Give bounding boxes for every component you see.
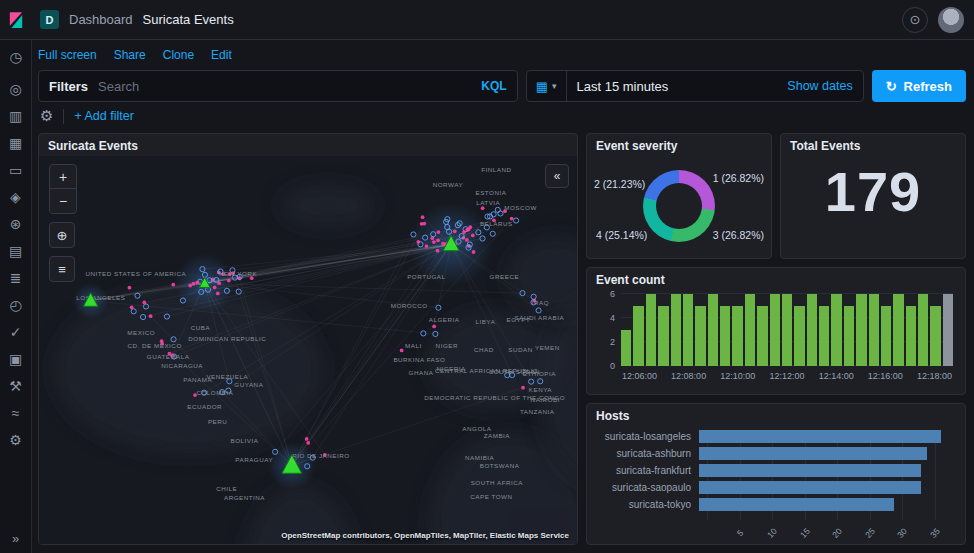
toolbar-link-edit[interactable]: Edit [211,48,232,62]
event-count-bar [770,294,780,366]
nav-machine-learning-icon[interactable]: ⊛ [0,217,31,231]
svg-text:PORTUGAL: PORTUGAL [407,273,445,280]
severity-donut-chart[interactable]: 1 (26.82%)3 (26.82%)4 (25.14%)2 (21.23%) [587,156,771,256]
svg-text:KENYA: KENYA [529,386,553,393]
event-count-bar [732,306,742,366]
filters-menu-button[interactable]: Filters [49,79,88,94]
svg-text:LOS ANGELES: LOS ANGELES [76,294,125,301]
svg-text:PERU: PERU [208,418,227,425]
nav-discover-icon[interactable]: ◎ [0,82,31,96]
refresh-button[interactable]: ↻ Refresh [872,70,966,102]
time-range-label[interactable]: Last 15 minutes [567,79,788,94]
event-count-bar [844,306,854,366]
svg-text:SOUTH AFRICA: SOUTH AFRICA [471,479,524,486]
event-count-bar [757,306,767,366]
svg-text:GREECE: GREECE [490,273,519,280]
kibana-logo[interactable] [0,0,32,40]
svg-text:UNITED STATES OF AMERICA: UNITED STATES OF AMERICA [85,270,186,277]
nav-canvas-icon[interactable]: ▭ [0,163,31,177]
map-canvas[interactable]: FINLANDNORWAYESTONIALATVIAMOSCOWBELARUSU… [39,156,577,544]
svg-text:YEMEN: YEMEN [535,344,560,351]
svg-text:LIBYA: LIBYA [476,318,496,325]
svg-text:FINLAND: FINLAND [481,166,511,173]
svg-text:MALI: MALI [405,342,422,349]
nav-uptime-icon[interactable]: ✓ [0,325,31,339]
nav-dashboard-icon[interactable]: ▦ [0,136,31,150]
event-count-bar [633,306,643,366]
svg-text:GUATEMALA: GUATEMALA [147,353,190,360]
severity-label-1: 1 (26.82%) [713,172,764,184]
svg-text:NORWAY: NORWAY [433,181,464,188]
show-dates-button[interactable]: Show dates [787,79,852,93]
time-picker: ▦ ▾ Last 15 minutes Show dates [526,70,864,102]
x-axis-label: 12:12:00 [769,371,804,381]
breadcrumb-dashboard[interactable]: Dashboard [69,12,133,27]
collapse-menu-icon[interactable]: » [0,532,31,545]
event-count-bar [671,294,681,366]
nav-maps-icon[interactable]: ◈ [0,190,31,204]
kql-toggle-button[interactable]: KQL [481,79,506,93]
toolbar-link-share[interactable]: Share [114,48,146,62]
nav-stack-monitoring-icon[interactable]: ≈ [0,406,31,420]
svg-text:CAPE TOWN: CAPE TOWN [470,493,512,500]
donut-ring[interactable] [643,170,715,242]
svg-text:BOLIVIA: BOLIVIA [231,438,259,445]
nav-metrics-icon[interactable]: ▤ [0,244,31,258]
hosts-x-axis: 5101520253035 [707,522,951,542]
host-label: suricata-frankfurt [587,465,699,476]
fit-to-data-button[interactable]: ⊕ [49,222,75,248]
search-input[interactable] [98,79,471,94]
hosts-chart[interactable]: suricata-losangelessuricata-ashburnsuric… [587,426,965,542]
zoom-in-button[interactable]: + [50,165,76,189]
svg-text:LATVIA: LATVIA [476,199,500,206]
host-bar [699,464,921,477]
event-severity-title: Event severity [587,134,771,156]
toolbar-link-full-screen[interactable]: Full screen [38,48,97,62]
calendar-icon: ▦ [536,79,548,94]
nav-logs-icon[interactable]: ≣ [0,271,31,285]
nav-apm-icon[interactable]: ◴ [0,298,31,312]
map-panel: Suricata Events FINLANDNORWAYESTONIALATV… [38,133,578,545]
layers-button[interactable]: ≡ [49,256,75,282]
add-filter-button[interactable]: + Add filter [74,109,133,123]
event-count-bar [869,294,879,366]
user-avatar[interactable] [938,7,964,33]
bars-container [621,294,953,366]
right-column: Event severity 1 (26.82%)3 (26.82%)4 (25… [586,133,966,545]
nav-siem-icon[interactable]: ▣ [0,352,31,366]
svg-text:ESTONIA: ESTONIA [475,189,506,196]
severity-label-4: 4 (25.14%) [596,229,647,241]
map-attribution[interactable]: OpenStreetMap contributors, OpenMapTiles… [281,531,569,540]
host-label: suricata-ashburn [587,448,699,459]
event-count-bar [943,294,953,366]
y-axis-label: 4 [595,313,615,323]
newsfeed-icon[interactable]: ⊙ [902,7,928,33]
zoom-out-button[interactable]: − [50,189,76,213]
nav-management-icon[interactable]: ⚙ [0,433,31,447]
svg-text:RIO DE JANEIRO: RIO DE JANEIRO [292,452,349,459]
svg-text:MEXICO: MEXICO [127,329,155,336]
refresh-label: Refresh [904,79,952,94]
event-count-title: Event count [587,268,965,290]
event-count-bar [720,306,730,366]
legend-toggle-button[interactable]: « [545,164,569,188]
nav-recently-viewed-icon[interactable]: ◷ [0,50,31,64]
nav-dev-tools-icon[interactable]: ⚒ [0,379,31,393]
svg-text:MOROCCO: MOROCCO [391,302,428,309]
host-bar-track [699,430,951,443]
host-bar-track [699,498,951,511]
svg-text:BURKINA FASO: BURKINA FASO [393,356,445,363]
event-count-bar [906,306,916,366]
page-title: Suricata Events [143,12,234,27]
nav-visualize-icon[interactable]: ▥ [0,109,31,123]
svg-text:CHILE: CHILE [216,485,237,492]
svg-text:MOSCOW: MOSCOW [504,204,537,211]
space-badge[interactable]: D [40,10,59,29]
world-map[interactable]: FINLANDNORWAYESTONIALATVIAMOSCOWBELARUSU… [39,156,577,544]
event-count-chart[interactable]: 024612:06:0012:08:0012:10:0012:12:0012:1… [621,294,953,366]
toolbar-link-clone[interactable]: Clone [163,48,194,62]
date-picker-button[interactable]: ▦ ▾ [527,71,567,101]
svg-text:ALGERIA: ALGERIA [429,316,460,323]
query-bar: Filters KQL [38,70,518,102]
filter-options-gear-icon[interactable]: ⚙ [40,107,53,125]
